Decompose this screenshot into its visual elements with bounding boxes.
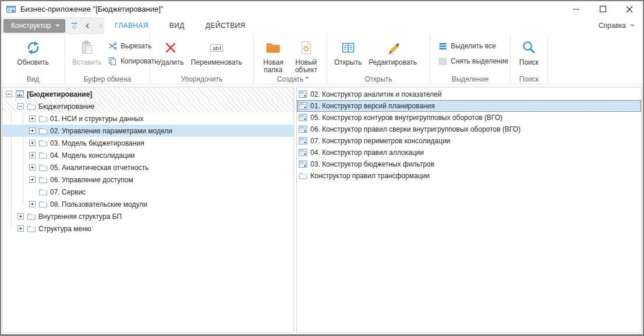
tree-node-label: 05. Аналитическая отчетность [50, 164, 148, 172]
expand-toggle[interactable] [6, 91, 12, 97]
list-item[interactable]: 06. Конструктор правил сверки внутригруп… [297, 123, 641, 135]
content-area: [Бюджетирование] Бюджетирование 01. НСИ … [1, 84, 643, 334]
expand-toggle[interactable] [29, 115, 36, 122]
constructor-menu-button[interactable]: Конструктор [3, 19, 65, 33]
tree-node[interactable]: Внутренняя структура БП [3, 210, 293, 222]
tree-node[interactable]: 06. Управление доступом [3, 174, 293, 186]
tree-node-label: 04. Модель консолидации [50, 151, 135, 160]
refresh-button[interactable]: Обновить [13, 37, 52, 68]
folder-icon [38, 200, 48, 208]
list-item[interactable]: 01. Конструктор версий планирования [297, 100, 641, 112]
new-object-icon [298, 40, 314, 56]
quick-access-area: Конструктор [1, 17, 104, 34]
expand-toggle[interactable] [29, 128, 36, 134]
group-label-selection: Выделение [430, 75, 510, 83]
group-label-create: Создать [254, 75, 327, 83]
group-label-search: Поиск [511, 75, 547, 83]
tree-node[interactable]: 02. Управление параметрами модели [3, 125, 293, 137]
expand-toggle[interactable] [29, 140, 36, 146]
edit-icon [385, 40, 401, 56]
new-folder-icon [265, 40, 281, 56]
list-item-label: 03. Конструктор бюджетных фильтров [310, 160, 434, 168]
tree-node-label: Внутренняя структура БП [38, 213, 122, 221]
list-item-label: 06. Конструктор правил сверки внутригруп… [310, 125, 521, 133]
folder-icon [27, 102, 36, 111]
select-all-button[interactable]: Выделить все [436, 40, 511, 52]
list-item-label: 05. Конструктор контуров внутригрупповых… [310, 114, 503, 122]
form-icon [299, 160, 307, 168]
group-label-open: Открыть [327, 75, 430, 83]
maximize-button[interactable] [589, 1, 616, 17]
list-item[interactable]: 02. Конструктор аналитик и показателей [297, 89, 641, 100]
tab-vid[interactable]: ВИД [159, 17, 195, 34]
forward-icon[interactable] [97, 21, 104, 31]
new-folder-button[interactable]: Новая папка [257, 37, 289, 76]
tab-glavnaya[interactable]: ГЛАВНАЯ [104, 17, 159, 34]
help-label: Справка [599, 22, 626, 30]
chevron-down-icon [55, 24, 60, 27]
rename-icon: ab [208, 40, 225, 56]
expand-toggle[interactable] [17, 213, 24, 220]
tree-node[interactable]: 01. НСИ и структуры данных [3, 112, 293, 125]
paste-button[interactable]: Вставить [69, 37, 105, 68]
folder-icon [38, 126, 48, 135]
list-item-label: 04. Конструктор правил аллокации [310, 148, 424, 157]
tree-node[interactable]: 05. Аналитическая отчетность [3, 161, 293, 174]
search-button[interactable]: Поиск [516, 37, 542, 68]
tree-node[interactable]: 03. Модель бюджетирования [3, 137, 293, 149]
tree-node-label: 07. Сервис [50, 188, 86, 196]
minimize-icon [573, 6, 579, 12]
tree-node[interactable]: 04. Модель консолидации [3, 149, 293, 161]
refresh-icon [25, 40, 41, 56]
folder-icon [38, 163, 48, 172]
tree-node-label: Бюджетирование [38, 102, 94, 111]
delete-button[interactable]: Удалить [154, 37, 187, 68]
refresh-label: Обновить [17, 59, 48, 66]
tree-node-label: 08. Пользовательские модули [50, 200, 147, 208]
expand-toggle[interactable] [29, 176, 36, 183]
close-button[interactable] [616, 1, 643, 17]
list-item[interactable]: 07. Конструктор периметров консолидации [297, 135, 641, 147]
open-button[interactable]: Открыть [331, 37, 365, 68]
window-title: Бизнес-приложение "[Бюджетирование]" [20, 5, 163, 13]
tree-node[interactable]: 07. Сервис [3, 186, 293, 198]
cut-icon [108, 41, 117, 51]
tree-node[interactable]: Бюджетирование [3, 100, 293, 112]
list-item-label: 07. Конструктор периметров консолидации [310, 137, 450, 145]
tree-node[interactable]: Структура меню [3, 222, 293, 235]
up-level-icon[interactable] [70, 21, 78, 31]
form-icon [299, 90, 307, 98]
list-item[interactable]: 03. Конструктор бюджетных фильтров [297, 158, 641, 170]
group-label-view: Вид [1, 75, 65, 83]
form-icon [299, 114, 307, 122]
folder-icon [38, 114, 48, 123]
tree-node[interactable]: [Бюджетирование] [3, 88, 293, 100]
rename-button[interactable]: ab Переименовать [187, 37, 246, 68]
tree-node-label: [Бюджетирование] [27, 90, 92, 98]
folder-icon [27, 212, 36, 221]
edit-button[interactable]: Редактировать [365, 37, 420, 68]
minimize-button[interactable] [562, 1, 589, 17]
list-item[interactable]: 04. Конструктор правил аллокации [297, 147, 641, 158]
back-icon[interactable] [84, 21, 91, 31]
deselect-icon [438, 57, 447, 66]
open-icon [340, 40, 356, 56]
delete-icon [163, 40, 178, 55]
ribbon: Обновить Вид Вставить [1, 34, 643, 84]
expand-toggle[interactable] [29, 201, 36, 207]
list-item[interactable]: 05. Конструктор контуров внутригрупповых… [297, 112, 641, 123]
folder-icon [299, 172, 307, 180]
tree-node[interactable]: 08. Пользовательские модули [3, 198, 293, 210]
expand-toggle[interactable] [17, 225, 24, 232]
close-icon [626, 6, 633, 13]
expand-toggle[interactable] [29, 164, 36, 171]
app-node-icon [15, 90, 24, 98]
form-icon [299, 137, 307, 145]
expand-toggle[interactable] [29, 152, 36, 158]
tab-deystviya[interactable]: ДЕЙСТВИЯ [195, 17, 256, 34]
help-menu[interactable]: Справка [599, 17, 643, 34]
deselect-button[interactable]: Снять выделение [436, 55, 511, 67]
list-item[interactable]: Конструктор правил трансформации [297, 170, 641, 182]
expand-toggle[interactable] [17, 103, 24, 109]
chevron-down-icon [630, 24, 635, 27]
